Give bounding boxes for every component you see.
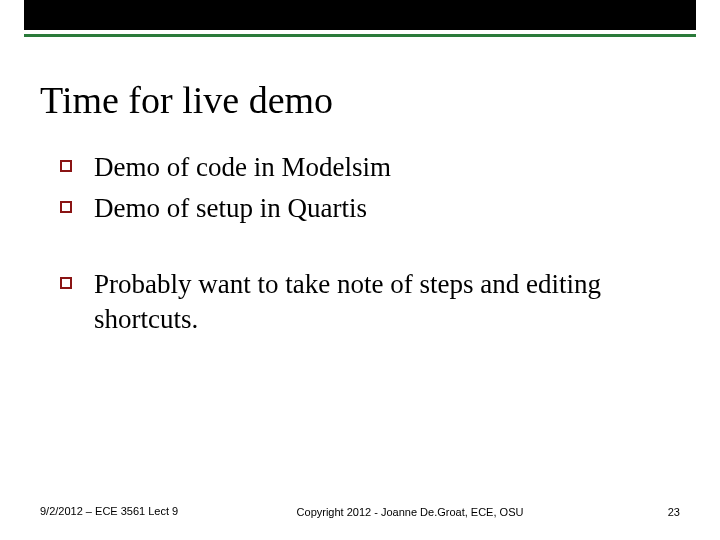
bullet-text: Probably want to take note of steps and … bbox=[94, 267, 680, 336]
square-bullet-icon bbox=[60, 160, 72, 172]
list-item: Demo of setup in Quartis bbox=[60, 191, 680, 226]
content-area: Demo of code in Modelsim Demo of setup i… bbox=[60, 150, 680, 342]
footer-page-number: 23 bbox=[620, 506, 680, 518]
header-band bbox=[24, 0, 696, 37]
bullet-text: Demo of setup in Quartis bbox=[94, 191, 367, 226]
footer-date-course: 9/2/2012 – ECE 3561 Lect 9 bbox=[40, 504, 200, 518]
header-green-line bbox=[24, 34, 696, 37]
spacer bbox=[60, 231, 680, 267]
square-bullet-icon bbox=[60, 201, 72, 213]
list-item: Probably want to take note of steps and … bbox=[60, 267, 680, 336]
square-bullet-icon bbox=[60, 277, 72, 289]
slide: Time for live demo Demo of code in Model… bbox=[0, 0, 720, 540]
bullet-text: Demo of code in Modelsim bbox=[94, 150, 391, 185]
slide-title: Time for live demo bbox=[40, 78, 333, 122]
list-item: Demo of code in Modelsim bbox=[60, 150, 680, 185]
header-black-bar bbox=[24, 0, 696, 30]
footer-copyright: Copyright 2012 - Joanne De.Groat, ECE, O… bbox=[200, 506, 620, 518]
footer: 9/2/2012 – ECE 3561 Lect 9 Copyright 201… bbox=[40, 504, 680, 518]
